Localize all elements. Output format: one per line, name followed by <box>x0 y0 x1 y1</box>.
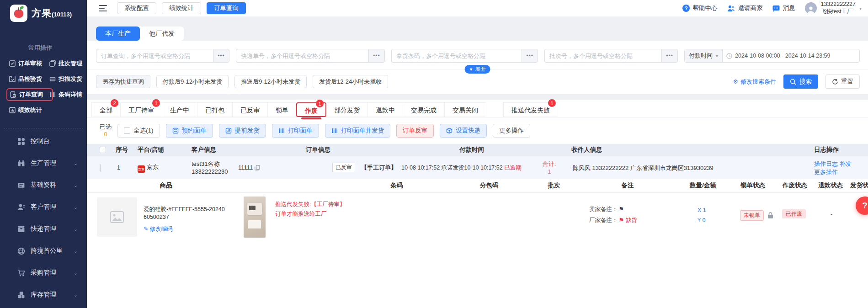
modify-search-conditions-link[interactable]: ⚙ 修改搜索条件 <box>733 78 776 86</box>
tab-refunding[interactable]: 退款中 <box>367 102 403 117</box>
topbar: 系统配置 绩效统计 订单查询 ? 帮助中心 邀请商家 消息 1332222222… <box>87 0 868 16</box>
tab-other-factory[interactable]: 他厂代发 <box>140 27 184 41</box>
batch-no-input[interactable] <box>544 49 661 63</box>
inspect-box-icon <box>9 76 16 82</box>
order-query-input[interactable] <box>96 49 213 63</box>
col-subpack: 分包码 <box>480 181 499 190</box>
tab-voided[interactable]: 作废1 <box>296 102 326 117</box>
col-void-status: 作废状态 <box>783 181 807 190</box>
pickup-barcode-input[interactable] <box>391 49 522 63</box>
more-options-button[interactable]: ••• <box>661 49 678 63</box>
pay-time-type-select[interactable]: 付款时间 ▾ <box>685 49 723 62</box>
edit-code-link[interactable]: ✎ 修改编码 <box>144 225 235 234</box>
sidebar-item-console[interactable]: 控制台 <box>0 130 87 152</box>
selected-count: 0 <box>104 131 107 138</box>
sidebar-item-inventory[interactable]: 库存管理⌄ <box>0 284 87 306</box>
quick-filter-chips: 另存为快捷查询 付款后9-12小时未发货 推送后9-12小时未发货 发货后12-… <box>96 75 388 88</box>
reissue-link[interactable]: 补发 <box>840 160 852 167</box>
sidebar-item-quality-check[interactable]: 品检验货 <box>9 75 49 83</box>
chevron-down-icon: ⌄ <box>74 248 78 254</box>
pencil-icon: ✎ <box>144 225 148 234</box>
sidebar-item-order-review[interactable]: 订单审核 <box>9 59 49 68</box>
checkbox[interactable] <box>124 127 130 134</box>
order-reverse-review-button[interactable]: 订单反审 <box>396 124 434 138</box>
sidebar-item-barcode-detail[interactable]: 条码详情 <box>49 90 82 99</box>
sidebar-item-production[interactable]: 生产管理⌄ <box>0 152 87 174</box>
select-all-checkbox[interactable] <box>100 147 106 153</box>
collapse-menu-icon[interactable] <box>99 5 107 11</box>
select-all-button[interactable]: 全选(1) <box>117 124 160 138</box>
messages-link[interactable]: 消息 <box>772 4 795 12</box>
review-status-tag: 已反审 <box>332 163 355 172</box>
tab-completed[interactable]: 交易完成 <box>403 102 445 117</box>
date-range-input[interactable]: 2024-10-08 00:00 - 2024-10-14 23:59 <box>723 49 859 62</box>
save-quick-query-button[interactable]: 另存为快捷查询 <box>96 75 150 88</box>
quantity: X 1 <box>698 205 706 216</box>
nav-order-query-button[interactable]: 订单查询 <box>207 2 246 14</box>
receiver-cell: 陈风风 13322222222 广东省深圳市龙岗区313930239 <box>573 164 714 172</box>
sidebar-item-customers[interactable]: 客户管理⌄ <box>0 196 87 218</box>
order-row[interactable]: 1 京东京东 test31名称 13322222230 11111 已反审 【手… <box>87 156 868 179</box>
tab-packed[interactable]: 已打包 <box>197 102 233 117</box>
nav-system-config-button[interactable]: 系统配置 <box>117 2 156 14</box>
search-button[interactable]: 搜索 <box>783 74 818 89</box>
sidebar-item-crossborder[interactable]: 跨境首公里⌄ <box>0 240 87 262</box>
tab-push-failed[interactable]: 推送代发失败1 <box>503 102 558 117</box>
search-inputs-row: ••• ••• ••• ••• 付款时间 ▾ 20 <box>87 41 868 63</box>
reset-button[interactable]: 重置 <box>825 74 860 89</box>
lock-icon[interactable] <box>767 212 773 219</box>
tab-factory-pending[interactable]: 工厂待审1 <box>120 102 162 117</box>
tab-own-factory[interactable]: 本厂生产 <box>96 27 140 41</box>
sidebar-item-batch-manage[interactable]: 批次管理 <box>49 59 82 68</box>
binoculars-icon <box>17 159 25 167</box>
sidebar-item-express[interactable]: 快递管理⌄ <box>0 218 87 240</box>
tab-closed[interactable]: 交易关闭 <box>444 102 486 117</box>
product-name: 爱的硅胶-#FFFFFF-5555-20240 60500237 <box>144 206 235 222</box>
more-options-button[interactable]: ••• <box>522 49 538 63</box>
filter-pushed-unshipped-button[interactable]: 推送后9-12小时未发货 <box>234 75 307 88</box>
more-options-button[interactable]: ••• <box>368 49 385 63</box>
product-row[interactable]: 爱的硅胶-#FFFFFF-5555-20240 60500237 ✎ 修改编码 … <box>87 193 868 242</box>
print-and-ship-button[interactable]: 打印面单并发货 <box>325 124 391 138</box>
filter-paid-unshipped-button[interactable]: 付款后9-12小时未发货 <box>156 75 229 88</box>
sidebar-item-base-data[interactable]: 基础资料⌄ <box>0 174 87 196</box>
expand-filters-button[interactable]: ▼ 展开 <box>464 65 490 74</box>
platform-cell: 京东京东 <box>138 163 159 173</box>
early-ship-button[interactable]: 提前发货 <box>219 124 266 138</box>
customer-name: test31名称 <box>192 160 228 168</box>
jd-logo-icon: 京东 <box>138 165 145 173</box>
tab-partial-shipped[interactable]: 部分发货 <box>326 102 368 117</box>
sidebar-item-scan-ship[interactable]: 扫描发货 <box>49 75 82 83</box>
sidebar-item-performance[interactable]: 绩效统计 <box>9 106 49 114</box>
chart-icon <box>9 107 16 113</box>
reserve-waybill-button[interactable]: 预约面单 <box>166 124 213 138</box>
invite-merchant-link[interactable]: 邀请商家 <box>727 4 762 12</box>
refund-status-cell: - <box>831 211 832 218</box>
tab-all[interactable]: 全部2 <box>91 102 121 117</box>
more-actions-button[interactable]: 更多操作 <box>493 124 530 138</box>
filter-shipped-uncollected-button[interactable]: 发货后12-24小时未揽收 <box>313 75 388 88</box>
help-center-link[interactable]: ? 帮助中心 <box>682 4 717 12</box>
account-menu[interactable]: 13322222227 飞快test工厂 ▾ <box>805 1 862 15</box>
print-waybill-button[interactable]: 打印面单 <box>272 124 319 138</box>
topbar-nav: 系统配置 绩效统计 订单查询 <box>117 2 246 14</box>
pay-time-cell: 10-08 10:17:52 承诺发货10-10 10:17:52 已逾期 <box>401 164 522 172</box>
chevron-down-icon: ⌄ <box>74 160 78 166</box>
sidebar-item-purchase[interactable]: 采购管理⌄ <box>0 262 87 284</box>
more-options-button[interactable]: ••• <box>213 49 229 63</box>
waybill-icon <box>172 127 179 134</box>
chevron-down-icon: ⌄ <box>74 270 78 276</box>
tracking-no-input[interactable] <box>236 49 368 63</box>
operation-log-link[interactable]: 操作日志 <box>814 160 838 167</box>
sidebar-item-order-query[interactable]: 订单查询 <box>6 88 53 101</box>
tab-locked[interactable]: 锁单 <box>267 102 297 117</box>
tab-in-production[interactable]: 生产中 <box>162 102 197 117</box>
more-actions-link[interactable]: 更多操作 <box>814 168 852 176</box>
ship-arrow-icon <box>225 127 232 134</box>
message-icon <box>772 5 780 12</box>
tab-review-reverted[interactable]: 已反审 <box>232 102 268 117</box>
nav-performance-button[interactable]: 绩效统计 <box>162 2 201 14</box>
row-checkbox[interactable] <box>100 164 101 172</box>
set-express-button[interactable]: 设置快递 <box>440 124 487 138</box>
copy-icon[interactable] <box>255 165 260 172</box>
